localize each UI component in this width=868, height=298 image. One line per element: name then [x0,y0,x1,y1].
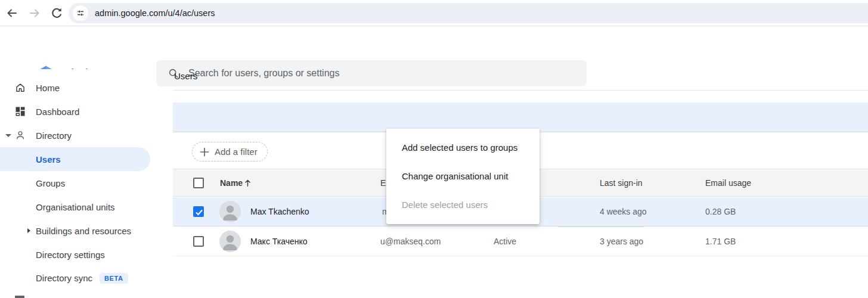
menu-item-change-organisational-unit[interactable]: Change organisational unit [386,162,540,191]
user-status: Active [494,237,516,246]
user-email-usage: 1.71 GB [705,237,736,246]
row-checkbox[interactable] [193,236,204,247]
column-header-last-sign-in[interactable]: Last sign-in [600,178,643,188]
sidebar-navigation: Home Dashboard Directory Users Groups [0,69,156,298]
browser-refresh-icon[interactable] [50,7,63,20]
more-options-menu: Add selected users to groups Change orga… [386,129,540,224]
sidebar-item-buildings-and-resources[interactable]: Buildings and resources [0,219,150,243]
sidebar-item-label: Directory settings [36,250,105,260]
address-bar[interactable]: admin.google.com/u/4/ac/users [69,3,868,23]
sidebar-item-directory[interactable]: Directory [0,123,150,147]
sidebar-item-home[interactable]: Home [0,76,150,100]
breadcrumb-page-title: Users [174,71,197,81]
sidebar-item-label: Buildings and resources [36,226,131,236]
menu-item-delete-selected-users: Delete selected users [386,191,540,219]
user-last-sign-in: 4 weeks ago [600,207,647,216]
sidebar-item-organisational-units[interactable]: Organisational units [0,195,150,219]
browser-forward-icon [28,7,41,20]
sidebar-item-label: Users [36,154,61,164]
browser-back-icon[interactable] [5,7,18,20]
selection-toolbar: 1 user selected Email selected users Mor… [173,103,868,132]
sidebar-item-label: Dashboard [36,107,79,117]
sidebar-item-directory-settings[interactable]: Directory settings [0,243,150,266]
sidebar-item-directory-sync[interactable]: Directory syncBETA [0,266,150,290]
sidebar-item-dashboard[interactable]: Dashboard [0,100,150,123]
admin-app-header: Admin [0,26,868,69]
dashboard-icon [14,105,26,117]
user-last-sign-in: 3 years ago [600,237,643,246]
admin-search-bar[interactable] [156,60,587,86]
admin-console-window: admin.google.com/u/4/ac/users Admin [0,0,868,298]
table-row-maks-tkachenko[interactable]: Макс Ткаченко u@makseq.com Active 3 year… [173,227,868,256]
column-header-email-usage[interactable]: Email usage [705,178,751,188]
sidebar-item-users[interactable]: Users [0,147,150,171]
sidebar-item-label: Directory syncBETA [36,273,128,284]
avatar [219,231,241,252]
user-email: u@makseq.com [380,237,441,246]
sidebar-item-groups[interactable]: Groups [0,171,150,195]
chevron-down-icon[interactable] [5,134,11,137]
user-name[interactable]: Max Tkachenko [250,207,309,216]
sidebar-item-label: Groups [36,178,65,188]
search-input[interactable] [188,60,576,86]
sidebar-partial-icon [15,296,24,298]
beta-badge: BETA [100,273,128,284]
site-info-icon[interactable] [73,5,88,21]
user-name[interactable]: Макс Ткаченко [250,237,308,246]
sidebar-item-label: Directory [36,131,72,141]
sidebar-item-label: Organisational units [36,202,115,212]
row-checkbox-checked[interactable] [193,206,204,217]
url-text: admin.google.com/u/4/ac/users [95,3,215,23]
add-filter-label: Add a filter [215,147,258,157]
home-icon [14,82,26,94]
sidebar-item-label: Home [36,83,60,93]
sort-ascending-icon[interactable] [243,178,252,187]
chevron-right-icon[interactable] [27,228,30,233]
avatar [219,201,241,222]
plus-icon [200,147,209,157]
column-header-name[interactable]: Name [220,178,243,188]
divider [173,90,868,91]
menu-item-add-to-groups[interactable]: Add selected users to groups [386,134,540,162]
add-filter-button[interactable]: Add a filter [192,142,268,162]
select-all-checkbox[interactable] [193,178,204,188]
person-icon [14,129,26,141]
browser-toolbar: admin.google.com/u/4/ac/users [0,0,868,26]
checkmark-icon [194,207,204,218]
user-email-usage: 0.28 GB [705,207,736,216]
